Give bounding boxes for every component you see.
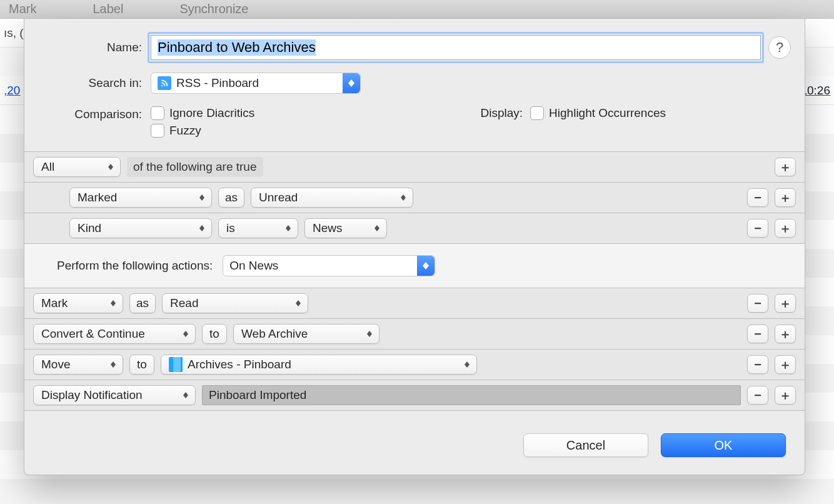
- action-row: Convert & Continue to Web Archive − ＋: [24, 319, 805, 350]
- notification-text-field[interactable]: Pinboard Imported: [202, 385, 741, 405]
- predicate-attribute-select[interactable]: Kind: [69, 218, 212, 238]
- help-icon: ?: [776, 39, 783, 56]
- predicate-row: Marked as Unread − ＋: [24, 183, 805, 213]
- add-action-button[interactable]: ＋: [775, 294, 796, 313]
- action-type-select[interactable]: Mark: [33, 293, 123, 313]
- add-action-button[interactable]: ＋: [775, 386, 796, 405]
- svg-marker-10: [199, 228, 204, 231]
- predicate-attribute-select[interactable]: Marked: [69, 188, 212, 208]
- add-rule-button[interactable]: ＋: [775, 188, 796, 207]
- chevron-up-down-icon: [463, 361, 471, 368]
- add-rule-button[interactable]: ＋: [775, 158, 796, 176]
- action-destination-select[interactable]: Archives - Pinboard: [161, 355, 477, 375]
- chevron-up-down-icon: [343, 73, 360, 93]
- action-row: Move to Archives - Pinboard − ＋: [24, 350, 805, 380]
- chevron-up-down-icon: [109, 300, 118, 306]
- chevron-up-down-icon: [294, 300, 303, 306]
- action-operator-label: as: [129, 293, 156, 313]
- chevron-up-down-icon: [181, 392, 190, 398]
- remove-action-button[interactable]: −: [747, 325, 768, 343]
- svg-marker-18: [111, 303, 116, 306]
- bg-toolbar-item[interactable]: Synchronize: [179, 2, 248, 16]
- predicate-value-select[interactable]: Unread: [251, 188, 413, 208]
- remove-rule-button[interactable]: −: [747, 188, 768, 207]
- bg-toolbar-item[interactable]: Mark: [9, 2, 36, 16]
- checkbox-icon: [151, 124, 164, 138]
- svg-marker-26: [111, 365, 116, 368]
- add-rule-button[interactable]: ＋: [775, 219, 796, 238]
- checkbox-icon: [151, 106, 164, 120]
- rss-icon: [158, 76, 171, 90]
- svg-marker-4: [108, 167, 113, 170]
- predicate-operator-select[interactable]: is: [218, 218, 298, 238]
- chevron-up-down-icon: [181, 331, 190, 337]
- svg-marker-2: [348, 83, 354, 87]
- predicate-value-select[interactable]: News: [304, 218, 387, 238]
- add-action-button[interactable]: ＋: [775, 325, 796, 343]
- svg-marker-8: [401, 198, 406, 201]
- predicate-operator-label: as: [218, 188, 244, 208]
- action-row: Mark as Read − ＋: [24, 288, 805, 319]
- action-type-select[interactable]: Display Notification: [33, 385, 196, 405]
- smart-rule-dialog: Name: ? Search in: RSS - Pinboard: [24, 19, 805, 475]
- svg-marker-22: [183, 334, 188, 337]
- fuzzy-checkbox[interactable]: Fuzzy: [151, 124, 254, 138]
- chevron-up-down-icon: [365, 331, 374, 337]
- svg-marker-20: [296, 303, 301, 306]
- svg-marker-16: [423, 266, 429, 270]
- background-toolbar: Mark Label Synchronize: [0, 0, 834, 19]
- svg-point-0: [161, 85, 163, 86]
- chevron-up-down-icon: [399, 194, 408, 201]
- ignore-diacritics-checkbox[interactable]: Ignore Diacritics: [151, 106, 254, 120]
- combiner-suffix: of the following are true: [127, 157, 263, 177]
- perform-actions-label: Perform the following actions:: [57, 259, 213, 273]
- comparison-label: Comparison:: [38, 106, 151, 121]
- database-icon: [169, 357, 183, 372]
- chevron-up-down-icon: [198, 225, 206, 231]
- name-input[interactable]: [151, 35, 761, 60]
- action-value-select[interactable]: Read: [162, 293, 308, 313]
- remove-action-button[interactable]: −: [747, 386, 768, 405]
- perform-on-select[interactable]: On News: [223, 255, 435, 276]
- add-action-button[interactable]: ＋: [775, 355, 796, 374]
- perform-actions-row: Perform the following actions: On News: [24, 244, 805, 288]
- checkbox-icon: [530, 106, 544, 120]
- action-operator-label: to: [129, 355, 154, 375]
- bg-toolbar-item[interactable]: Label: [93, 2, 123, 16]
- svg-marker-6: [199, 198, 204, 201]
- action-type-select[interactable]: Move: [33, 355, 123, 375]
- svg-marker-12: [286, 228, 291, 231]
- action-row: Display Notification Pinboard Imported −…: [24, 380, 805, 411]
- svg-marker-14: [374, 228, 379, 231]
- action-type-select[interactable]: Convert & Continue: [33, 324, 196, 344]
- predicate-combiner-row: All of the following are true ＋: [24, 152, 805, 183]
- svg-marker-24: [367, 334, 372, 337]
- chevron-up-down-icon: [284, 225, 293, 231]
- ok-button[interactable]: OK: [661, 433, 786, 457]
- chevron-up-down-icon: [106, 164, 115, 170]
- action-value-select[interactable]: Web Archive: [233, 324, 379, 344]
- chevron-up-down-icon: [198, 194, 206, 201]
- svg-marker-28: [465, 365, 470, 368]
- chevron-up-down-icon: [109, 361, 118, 368]
- remove-action-button[interactable]: −: [747, 355, 768, 374]
- combiner-select[interactable]: All: [33, 157, 121, 177]
- remove-rule-button[interactable]: −: [747, 219, 768, 238]
- search-in-select[interactable]: RSS - Pinboard: [151, 73, 361, 94]
- chevron-up-down-icon: [373, 225, 381, 231]
- predicate-row: Kind is News −: [24, 213, 805, 244]
- search-in-value: RSS - Pinboard: [176, 76, 338, 90]
- display-label: Display:: [481, 106, 523, 120]
- name-label: Name:: [38, 41, 151, 54]
- action-operator-label: to: [202, 324, 227, 344]
- search-in-label: Search in:: [38, 76, 151, 90]
- svg-marker-30: [183, 395, 188, 398]
- highlight-occurrences-checkbox[interactable]: Highlight Occurrences: [530, 106, 666, 120]
- chevron-up-down-icon: [417, 256, 435, 276]
- remove-action-button[interactable]: −: [747, 294, 768, 313]
- help-button[interactable]: ?: [768, 36, 791, 59]
- cancel-button[interactable]: Cancel: [523, 433, 648, 457]
